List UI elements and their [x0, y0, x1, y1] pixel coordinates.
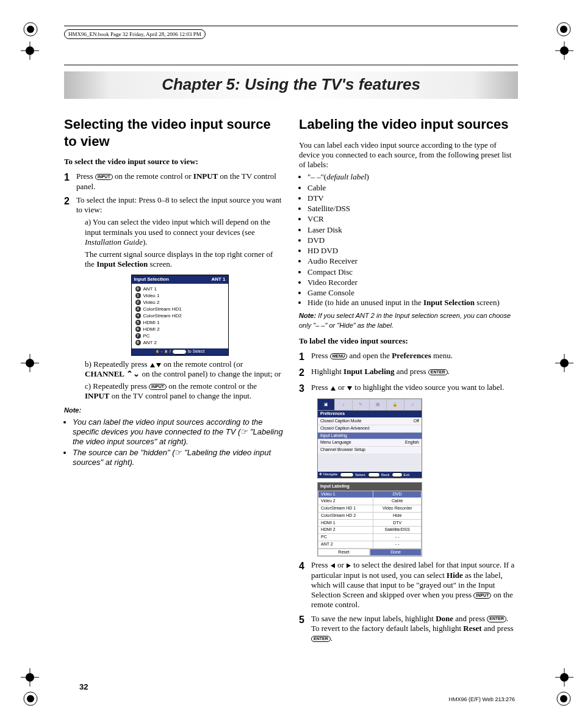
table-row: PC- - — [318, 534, 422, 541]
chapter-heading-bar: Chapter 5: Using the TV's features — [64, 71, 518, 99]
down-arrow-icon — [156, 363, 161, 367]
list-item: 2Video 2 — [135, 300, 225, 306]
enter-button-icon: ENTER — [428, 369, 448, 375]
step-3: 3 Press or to highlight the video source… — [299, 383, 518, 395]
chevron-down-icon: ⌄ — [133, 369, 140, 378]
bullet-item: Audio Receiver — [307, 256, 518, 266]
menu-item: Menu LanguageEnglish — [318, 439, 422, 446]
svg-point-22 — [26, 359, 34, 367]
note-block: Note: You can label the video input sour… — [64, 405, 283, 468]
enter-button-icon: ENTER — [487, 616, 506, 622]
list-item: 8ANT 2 — [135, 340, 225, 346]
tab-icon: ▤ — [370, 399, 387, 410]
svg-point-5 — [27, 695, 34, 702]
crop-mark-icon — [555, 41, 573, 60]
sub-step-b: b) Repeatedly press on the remote contro… — [76, 359, 283, 380]
list-item: 4ColorStream HD2 — [135, 313, 225, 319]
step-2: 2 To select the input: Press 0–8 to sele… — [64, 195, 283, 402]
list-item: 0ANT 1 — [135, 286, 225, 292]
page-header-text: HMX96_EN.book Page 32 Friday, April 28, … — [64, 29, 206, 39]
menu-item: Closed Caption Advanced — [318, 425, 422, 432]
list-item: 5HDMI 1 — [135, 320, 225, 326]
bullet-item: HD DVD — [307, 246, 518, 256]
page-number: 32 — [79, 682, 88, 691]
svg-point-7 — [560, 695, 567, 702]
table-row: HDMI 2Satellite/DSS — [318, 527, 422, 534]
step-5: 5 To save the new input labels, highligh… — [299, 614, 518, 644]
bullet-item: Video Recorder — [307, 278, 518, 287]
bullet-hide: Hide (to hide an unused input in the Inp… — [307, 298, 518, 308]
step-body: To select the input: Press 0–8 to select… — [76, 195, 283, 402]
step-number: 1 — [64, 171, 76, 192]
sub-heading: To select the video input source to view… — [64, 157, 283, 167]
sub-step-c: c) Repeatedly press INPUT on the remote … — [76, 381, 283, 402]
tab-icon: 🔒 — [387, 399, 404, 410]
right-arrow-icon — [347, 563, 351, 568]
up-arrow-icon — [331, 386, 336, 391]
registration-mark-icon — [556, 22, 571, 37]
input-button-icon: INPUT — [149, 384, 167, 390]
sub-step-a: a) You can select the video input which … — [76, 217, 283, 247]
sub-heading: To label the video input sources: — [299, 336, 518, 346]
reset-button: Reset — [318, 549, 370, 557]
crop-mark-icon — [21, 41, 39, 60]
list-item: 7PC — [135, 333, 225, 339]
list-item: 1Video 1 — [135, 293, 225, 299]
footer-text: HMX96 (E/F) Web 213:276 — [449, 696, 515, 702]
right-column: Labeling the video input sources You can… — [299, 116, 518, 647]
bullet-item: DTV — [307, 193, 518, 203]
table-row: HDMI 1DTV — [318, 519, 422, 527]
done-button: Done — [370, 549, 422, 557]
bullet-item: "– –"(default label) — [307, 172, 518, 182]
registration-mark-icon — [23, 22, 38, 37]
svg-point-25 — [560, 359, 569, 367]
step-4: 4 Press or to select the desired label f… — [299, 560, 518, 610]
tab-icon: ⌂ — [404, 399, 422, 410]
svg-point-13 — [560, 46, 569, 55]
preferences-screen-figure: ▣ ♪ ✎ ▤ 🔒 ⌂ Preferences Closed Caption M… — [317, 398, 422, 478]
input-button-icon: INPUT — [95, 174, 113, 180]
tab-icon: ▣ — [318, 399, 335, 410]
menu-button-icon: MENU — [330, 353, 348, 359]
up-arrow-icon — [150, 363, 155, 367]
bullet-item: Compact Disc — [307, 267, 518, 277]
paragraph: The current signal source displays in th… — [76, 250, 283, 270]
note-block: Note: If you select ANT 2 in the Input s… — [299, 311, 518, 331]
left-column: Selecting the video input source to view… — [64, 116, 283, 647]
svg-point-3 — [560, 26, 567, 33]
table-row: ColorStream HD 2Hide — [318, 512, 422, 519]
crop-mark-icon — [21, 668, 39, 687]
menu-item: Closed Caption ModeOff — [318, 417, 422, 425]
tab-icon: ✎ — [353, 399, 370, 410]
section-heading: Selecting the video input source to view — [64, 116, 283, 150]
left-arrow-icon — [331, 563, 335, 568]
crop-mark-icon — [21, 354, 39, 372]
input-labeling-screen-figure: Input Labeling Video 1DVDVideo 2CableCol… — [317, 482, 422, 557]
step-1: 1 Press INPUT on the remote control or I… — [64, 171, 283, 192]
document-page: HMX96_EN.book Page 32 Friday, April 28, … — [0, 0, 582, 728]
bullet-item: Laser Disk — [307, 225, 518, 235]
input-selection-screen-figure: Input SelectionANT 1 0ANT 11Video 12Vide… — [131, 275, 229, 356]
svg-point-10 — [26, 46, 34, 55]
bullet-item: DVD — [307, 236, 518, 245]
crop-mark-icon — [555, 668, 573, 687]
down-arrow-icon — [347, 386, 352, 391]
bullet-item: Game Console — [307, 288, 518, 298]
menu-item-highlighted: Input Labeling — [318, 432, 422, 439]
registration-mark-icon — [556, 691, 571, 706]
intro-paragraph: You can label each video input source ac… — [299, 140, 518, 170]
table-row: ColorStream HD 1Video Recorder — [318, 505, 422, 513]
menu-item: Channel Browser Setup — [318, 446, 422, 453]
registration-mark-icon — [23, 691, 38, 706]
note-item: The source can be "hidden" (☞ "Labeling … — [73, 448, 283, 468]
bullet-item: Satellite/DSS — [307, 204, 518, 214]
note-item: You can label the video input sources ac… — [73, 417, 283, 447]
label-options-list: "– –"(default label)CableDTVSatellite/DS… — [299, 172, 518, 298]
input-button-icon: INPUT — [473, 593, 491, 599]
svg-point-1 — [27, 26, 34, 33]
crop-mark-icon — [555, 354, 573, 372]
list-item: 3ColorStream HD1 — [135, 306, 225, 312]
bullet-item: Cable — [307, 183, 518, 193]
list-item: 6HDMI 2 — [135, 326, 225, 333]
svg-point-19 — [560, 673, 569, 682]
